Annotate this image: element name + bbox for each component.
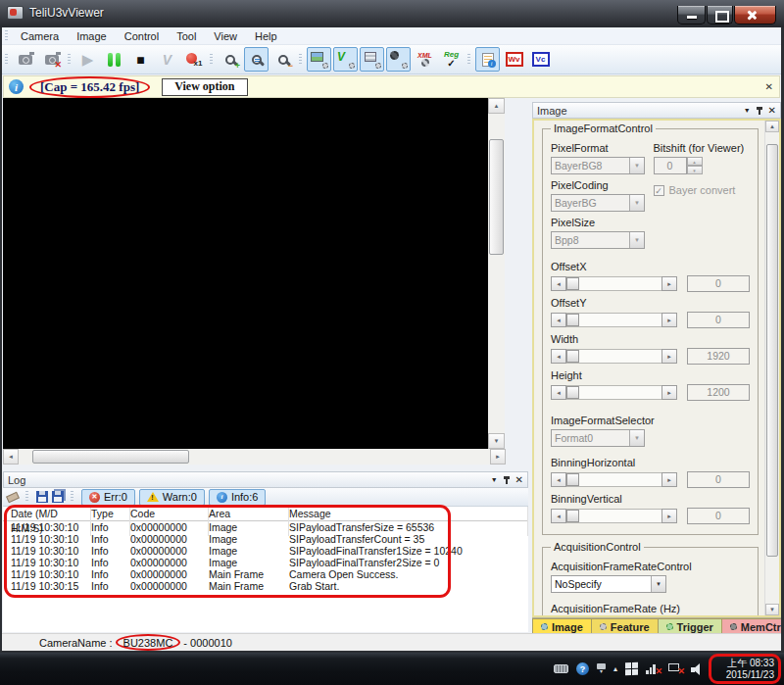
slider-track[interactable] (566, 276, 662, 291)
windows-logo-icon[interactable] (625, 662, 638, 676)
trigger-button[interactable]: V (155, 47, 179, 72)
scroll-down-button[interactable]: ▼ (765, 604, 779, 615)
slider-track[interactable] (566, 385, 662, 400)
slider-thumb[interactable] (566, 510, 579, 522)
slider-thumb[interactable] (566, 350, 579, 363)
menu-tool[interactable]: Tool (168, 28, 205, 44)
slider-track[interactable] (566, 509, 662, 523)
scroll-thumb[interactable] (489, 139, 504, 255)
scroll-track[interactable] (765, 132, 779, 604)
log-row[interactable]: 11/19 10:30:10Info0x00000000ImageSIPaylo… (3, 533, 528, 545)
play-button[interactable]: ▶ (75, 47, 100, 72)
pixel-coding-select[interactable]: BayerBG ▼ (551, 194, 645, 212)
slider-track[interactable] (566, 349, 662, 364)
zoom-in-button[interactable]: + (218, 47, 242, 72)
slider-thumb[interactable] (566, 473, 579, 486)
dropdown-arrow-icon[interactable]: ▼ (629, 195, 644, 211)
log-row[interactable]: 11/19 10:30:15Info0x00000000Main FrameGr… (3, 580, 528, 592)
log-window-button[interactable]: i (475, 47, 500, 72)
dropdown-arrow-icon[interactable]: ▼ (629, 232, 644, 248)
pause-button[interactable] (102, 47, 126, 72)
panel-menu-icon[interactable]: ▼ (744, 107, 751, 114)
dropdown-arrow-icon[interactable]: ▼ (651, 576, 665, 592)
slider-right-button[interactable]: ▸ (662, 472, 677, 487)
tray-date[interactable]: 2015/11/23 (726, 669, 774, 681)
panel-close-icon[interactable]: ✕ (515, 474, 523, 485)
slider-left-button[interactable]: ◂ (551, 385, 566, 400)
log-row[interactable]: 11/19 10:30:10Info0x00000000Main FrameCa… (3, 568, 528, 580)
menu-control[interactable]: Control (116, 28, 168, 44)
zoom-fit-button[interactable] (244, 47, 269, 72)
stop-button[interactable]: ■ (128, 47, 153, 72)
dropdown-arrow-icon[interactable]: ▼ (629, 430, 644, 446)
save-all-log-icon[interactable] (52, 491, 64, 503)
show-hidden-icons-button[interactable]: ▴ (613, 664, 617, 673)
register-check-button[interactable]: Reg✓ (439, 47, 464, 72)
network-tray-icon[interactable]: ✕ (646, 662, 661, 675)
scroll-track[interactable] (488, 114, 505, 433)
slider-thumb[interactable] (566, 277, 579, 290)
slider-left-button[interactable]: ◂ (551, 313, 566, 327)
bitshift-spinner[interactable]: 0 ▴ ▾ (654, 157, 705, 174)
pixel-size-select[interactable]: Bpp8 ▼ (551, 231, 645, 249)
scroll-up-button[interactable]: ▲ (765, 121, 779, 132)
slider-track[interactable] (566, 472, 662, 487)
spin-down-icon[interactable]: ▾ (687, 166, 703, 174)
error-filter-button[interactable]: ✕ Err:0 (81, 489, 135, 506)
log-row[interactable]: 11/19 10:30:10Info0x00000000ImageSIPaylo… (3, 521, 528, 533)
slider-left-button[interactable]: ◂ (551, 472, 566, 487)
snapshot-button[interactable]: x1 (181, 47, 206, 72)
menu-view[interactable]: View (205, 28, 246, 44)
slider-right-button[interactable]: ▸ (662, 349, 677, 364)
zoom-out-button[interactable]: − (270, 47, 295, 72)
slider-thumb[interactable] (566, 386, 579, 399)
display-tray-icon[interactable]: ✕ (668, 662, 683, 675)
keyboard-tray-icon[interactable] (554, 664, 568, 673)
menu-camera[interactable]: Camera (12, 28, 68, 44)
slider-right-button[interactable]: ▸ (662, 276, 677, 291)
open-camera-button[interactable] (13, 47, 37, 72)
slider-right-button[interactable]: ▸ (662, 385, 677, 400)
slider-left-button[interactable]: ◂ (551, 276, 566, 291)
device-tray-icon[interactable]: ▾ (597, 663, 606, 674)
slider-right-button[interactable]: ▸ (662, 509, 677, 523)
volume-tray-icon[interactable] (691, 663, 704, 675)
image-settings-button[interactable] (307, 47, 331, 72)
slider-left-button[interactable]: ◂ (551, 509, 566, 523)
close-camera-button[interactable]: ✕ (39, 47, 64, 72)
frame-rate-control-select[interactable]: NoSpecify ▼ (551, 575, 666, 593)
wv-button[interactable]: Wv (502, 47, 526, 72)
warning-filter-button[interactable]: ! Warn:0 (139, 489, 205, 506)
feature-settings-button[interactable] (360, 47, 384, 72)
maximize-button[interactable] (707, 6, 733, 24)
scroll-left-button[interactable]: ◄ (3, 449, 19, 465)
scroll-down-button[interactable]: ▼ (488, 433, 505, 449)
dropdown-arrow-icon[interactable]: ▼ (629, 158, 644, 173)
spin-up-icon[interactable]: ▴ (687, 157, 703, 166)
slider-thumb[interactable] (566, 314, 579, 326)
image-format-selector-select[interactable]: Format0 ▼ (551, 429, 645, 447)
save-log-icon[interactable] (36, 491, 48, 503)
trigger-settings-button[interactable]: V (333, 47, 358, 72)
menu-image[interactable]: Image (68, 28, 116, 44)
clear-log-icon[interactable] (6, 491, 20, 502)
log-row[interactable]: 11/19 10:30:10Info0x00000000ImageSIPaylo… (3, 545, 528, 557)
vc-button[interactable]: Vc (528, 47, 553, 72)
pin-icon[interactable] (759, 107, 760, 115)
slider-track[interactable] (566, 313, 662, 327)
log-row[interactable]: 11/19 10:30:10Info0x00000000ImageSIPaylo… (3, 557, 528, 568)
slider-right-button[interactable]: ▸ (662, 313, 677, 327)
minimize-button[interactable] (677, 6, 706, 24)
scroll-up-button[interactable]: ▲ (488, 98, 505, 114)
pin-icon[interactable] (506, 476, 508, 484)
panel-menu-icon[interactable]: ▼ (491, 476, 498, 483)
scroll-thumb[interactable] (766, 144, 778, 557)
slider-left-button[interactable]: ◂ (551, 349, 566, 364)
close-button[interactable] (734, 6, 776, 24)
xml-button[interactable]: XML (413, 47, 437, 72)
pixel-format-select[interactable]: BayerBG8 ▼ (551, 157, 645, 174)
scroll-thumb[interactable] (32, 450, 189, 464)
view-option-button[interactable]: View option (162, 78, 247, 96)
scroll-track[interactable] (19, 449, 490, 465)
info-filter-button[interactable]: i Info:6 (209, 489, 267, 506)
